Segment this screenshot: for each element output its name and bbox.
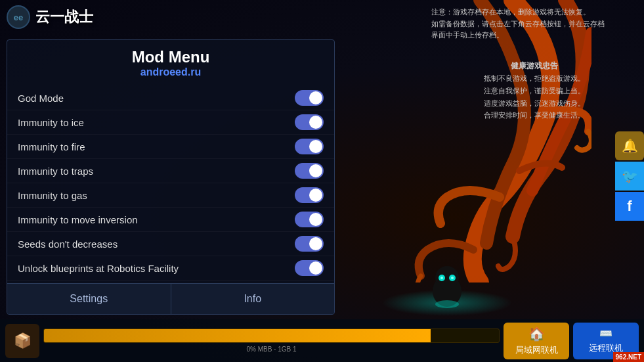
tentacle-decoration bbox=[316, 0, 591, 283]
mod-item-label-5: Immunity to move inversion bbox=[18, 214, 138, 225]
app-logo: ee 云一战士 bbox=[7, 5, 93, 29]
save-warning: 注意：游戏存档存在本地，删除游戏将无法恢复。 如需备份数据，请点击左下角云存档按… bbox=[431, 7, 605, 41]
lan-button[interactable]: 🏠 局域网联机 bbox=[504, 323, 569, 359]
mod-item-6: Seeds don't decreases bbox=[7, 232, 334, 256]
mod-item-7: Unlock blueprints at Robotics Facility bbox=[7, 256, 334, 281]
mod-menu-footer: Settings Info bbox=[7, 283, 334, 314]
toggle-knob-7 bbox=[309, 261, 322, 275]
mod-item-label-7: Unlock blueprints at Robotics Facility bbox=[18, 263, 179, 274]
mod-item-3: Immunity to traps bbox=[7, 159, 334, 183]
facebook-button[interactable]: f bbox=[615, 192, 644, 221]
mod-item-label-2: Immunity to fire bbox=[18, 141, 85, 152]
mod-item-4: Immunity to gas bbox=[7, 183, 334, 208]
mod-item-toggle-4[interactable] bbox=[295, 187, 324, 203]
progress-area: 0% MBB - 1GB 1 bbox=[43, 328, 500, 353]
mod-item-toggle-2[interactable] bbox=[295, 139, 324, 154]
toggle-knob-0 bbox=[309, 91, 322, 104]
ee-emblem: ee bbox=[7, 5, 30, 29]
mod-item-toggle-7[interactable] bbox=[295, 260, 324, 276]
progress-bar-inner bbox=[44, 329, 431, 342]
mod-item-label-6: Seeds don't decreases bbox=[18, 238, 118, 250]
settings-button[interactable]: Settings bbox=[7, 284, 171, 314]
mod-item-2: Immunity to fire bbox=[7, 135, 334, 159]
progress-bar-outer bbox=[43, 328, 500, 343]
toggle-knob-5 bbox=[309, 213, 322, 226]
mod-item-0: God Mode bbox=[7, 86, 334, 110]
toggle-knob-1 bbox=[309, 116, 322, 129]
toggle-knob-2 bbox=[309, 140, 322, 153]
mod-item-toggle-3[interactable] bbox=[295, 163, 324, 179]
mod-menu-header: Mod Menu androeed.ru bbox=[7, 40, 334, 83]
mod-item-toggle-1[interactable] bbox=[295, 114, 324, 130]
mod-item-toggle-6[interactable] bbox=[295, 236, 324, 252]
mod-menu-panel: Mod Menu androeed.ru God ModeImmunity to… bbox=[7, 39, 335, 315]
mod-item-label-1: Immunity to ice bbox=[18, 117, 84, 128]
mod-item-5: Immunity to move inversion bbox=[7, 208, 334, 232]
game-character bbox=[427, 263, 467, 309]
mod-menu-subtitle: androeed.ru bbox=[7, 66, 334, 78]
mod-item-toggle-5[interactable] bbox=[295, 212, 324, 227]
health-advisory: 健康游戏忠告 抵制不良游戏，拒绝盗版游戏。 注意自我保护，谨防受骗上当。 适度游… bbox=[484, 59, 585, 122]
mod-item-list: God ModeImmunity to iceImmunity to fireI… bbox=[7, 83, 334, 283]
mod-item-label-4: Immunity to gas bbox=[18, 190, 87, 201]
toggle-knob-3 bbox=[309, 164, 322, 177]
mod-menu-title: Mod Menu bbox=[7, 48, 334, 66]
bottom-bar: 📦 0% MBB - 1GB 1 🏠 局域网联机 ⌨️ 远程联机 bbox=[0, 319, 644, 362]
twitter-button[interactable]: 🐦 bbox=[615, 162, 644, 191]
mod-item-label-3: Immunity to traps bbox=[18, 166, 93, 177]
svg-point-6 bbox=[435, 300, 459, 308]
watermark-962: 962.NET bbox=[613, 352, 644, 362]
notification-button[interactable]: 🔔 bbox=[615, 131, 644, 160]
lan-label: 局域网联机 bbox=[515, 344, 558, 356]
app-title: 云一战士 bbox=[35, 7, 93, 27]
mod-item-label-0: God Mode bbox=[18, 93, 64, 104]
svg-point-5 bbox=[451, 277, 454, 279]
social-panel: 🔔 🐦 f bbox=[615, 131, 644, 221]
progress-text: 0% MBB - 1GB 1 bbox=[43, 346, 500, 353]
mod-item-1: Immunity to ice bbox=[7, 110, 334, 135]
mod-item-toggle-0[interactable] bbox=[295, 90, 324, 106]
toggle-knob-6 bbox=[309, 237, 322, 250]
svg-point-4 bbox=[440, 277, 443, 279]
info-button[interactable]: Info bbox=[171, 284, 335, 314]
save-icon-box[interactable]: 📦 bbox=[5, 324, 39, 358]
toggle-knob-4 bbox=[309, 189, 322, 202]
